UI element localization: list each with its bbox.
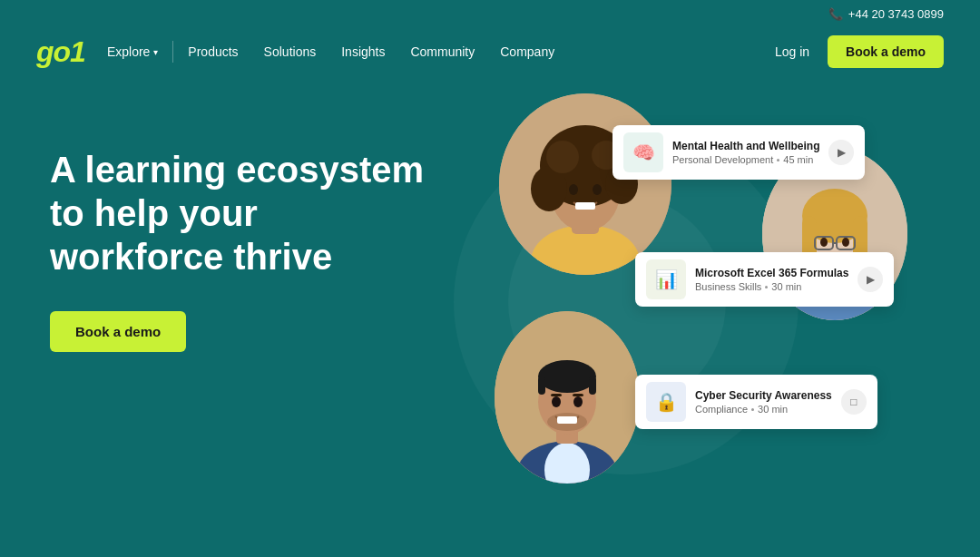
nav-link-insights[interactable]: Insights <box>341 44 385 59</box>
excel-icon: 📊 <box>646 259 686 299</box>
svg-rect-31 <box>538 376 545 395</box>
course-title-cyber: Cyber Security Awareness <box>695 389 832 402</box>
book-demo-hero-button[interactable]: Book a demo <box>50 311 186 352</box>
nav-item-company[interactable]: Company <box>500 44 554 60</box>
course-title-mental-health: Mental Health and Wellbeing <box>672 140 819 152</box>
explore-label: Explore <box>107 44 150 59</box>
course-meta-cyber: Compliance 30 min <box>695 404 832 415</box>
person-1-illustration <box>499 93 671 275</box>
svg-rect-38 <box>573 394 583 396</box>
svg-point-10 <box>593 184 602 195</box>
svg-point-24 <box>842 238 849 247</box>
svg-point-7 <box>546 141 579 173</box>
logo[interactable]: go1 <box>36 35 85 69</box>
book-demo-nav-button[interactable]: Book a demo <box>828 35 944 68</box>
course-duration-excel: 30 min <box>771 281 801 292</box>
course-info-excel: Microsoft Excel 365 Formulas Business Sk… <box>695 267 848 292</box>
course-meta-excel: Business Skills 30 min <box>695 281 848 292</box>
nav-links: Products Solutions Insights Community Co… <box>188 44 554 60</box>
main-nav: go1 Explore ▾ Products Solutions Insight… <box>0 28 980 75</box>
course-duration-cyber: 30 min <box>758 404 788 415</box>
course-card-cyber: 🔒 Cyber Security Awareness Compliance 30… <box>635 375 877 429</box>
phone-text: +44 20 3743 0899 <box>848 7 944 21</box>
nav-item-community[interactable]: Community <box>410 44 475 60</box>
nav-item-solutions[interactable]: Solutions <box>264 44 317 60</box>
phone-number[interactable]: 📞 +44 20 3743 0899 <box>828 7 944 21</box>
svg-rect-37 <box>551 394 562 396</box>
svg-point-35 <box>552 396 561 407</box>
course-category-mental-health: Personal Development <box>672 154 773 165</box>
course-category-cyber: Compliance <box>695 404 748 415</box>
course-category-excel: Business Skills <box>695 281 761 292</box>
dot-1 <box>777 159 779 161</box>
card-action-mental-health[interactable]: ▶ <box>828 140 854 165</box>
svg-rect-11 <box>575 202 595 210</box>
hero-content: A learning ecosystem to help your workfo… <box>50 148 431 352</box>
explore-dropdown[interactable]: Explore ▾ <box>107 44 158 59</box>
dot-3 <box>751 408 754 411</box>
svg-point-9 <box>569 184 578 195</box>
nav-item-products[interactable]: Products <box>188 44 238 60</box>
person-1-bubble <box>499 93 671 275</box>
card-action-excel[interactable]: ▶ <box>858 267 883 292</box>
nav-link-solutions[interactable]: Solutions <box>264 44 317 59</box>
svg-point-30 <box>538 360 596 393</box>
course-duration-mental-health: 45 min <box>783 154 813 165</box>
svg-point-23 <box>820 238 828 247</box>
people-area: 🧠 Mental Health and Wellbeing Personal D… <box>417 75 980 529</box>
svg-rect-32 <box>589 376 596 395</box>
nav-link-products[interactable]: Products <box>188 44 238 59</box>
cyber-icon: 🔒 <box>646 382 686 422</box>
svg-rect-34 <box>557 416 577 424</box>
nav-right: Log in Book a demo <box>775 35 944 68</box>
course-card-mental-health: 🧠 Mental Health and Wellbeing Personal D… <box>612 125 865 180</box>
phone-icon: 📞 <box>828 7 843 21</box>
course-info-mental-health: Mental Health and Wellbeing Personal Dev… <box>672 140 819 165</box>
nav-item-insights[interactable]: Insights <box>341 44 385 60</box>
person-3-bubble <box>495 311 640 484</box>
login-button[interactable]: Log in <box>775 44 809 59</box>
mental-health-icon: 🧠 <box>623 132 663 172</box>
svg-point-36 <box>573 396 583 407</box>
hero-title: A learning ecosystem to help your workfo… <box>50 148 431 278</box>
course-card-excel: 📊 Microsoft Excel 365 Formulas Business … <box>635 252 894 307</box>
nav-link-company[interactable]: Company <box>500 44 554 59</box>
dot-2 <box>765 286 768 288</box>
hero-section: A learning ecosystem to help your workfo… <box>0 75 980 529</box>
chevron-down-icon: ▾ <box>153 47 158 57</box>
course-info-cyber: Cyber Security Awareness Compliance 30 m… <box>695 389 832 415</box>
course-title-excel: Microsoft Excel 365 Formulas <box>695 267 848 279</box>
person-3-illustration <box>495 311 640 484</box>
card-action-cyber[interactable]: □ <box>841 389 867 415</box>
nav-divider <box>172 41 173 63</box>
nav-link-community[interactable]: Community <box>410 44 475 59</box>
course-meta-mental-health: Personal Development 45 min <box>672 154 819 165</box>
top-bar: 📞 +44 20 3743 0899 <box>0 0 980 28</box>
